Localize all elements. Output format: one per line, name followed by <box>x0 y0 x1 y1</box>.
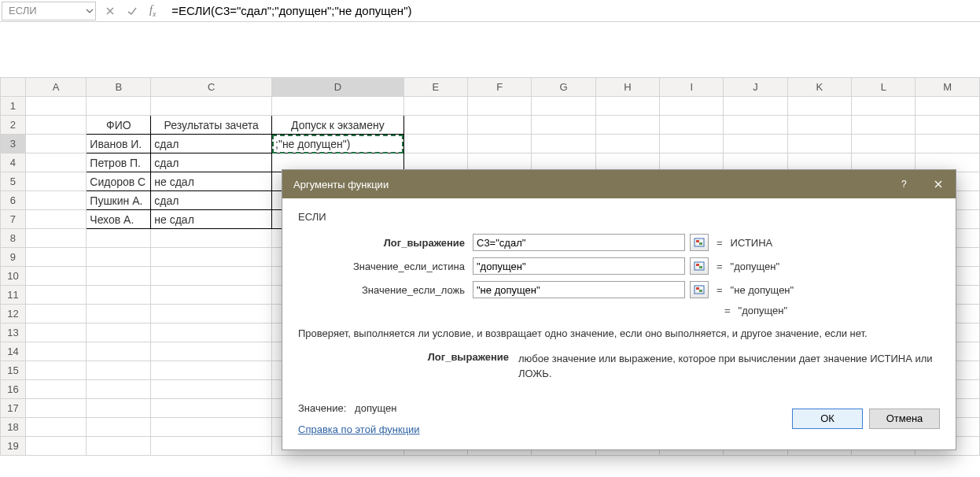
arg-input-0[interactable] <box>473 234 685 251</box>
cell-B10[interactable] <box>87 267 151 286</box>
cell-C18[interactable] <box>151 418 272 437</box>
cell-L1[interactable] <box>852 97 916 116</box>
cell-B16[interactable] <box>87 380 151 399</box>
cell-A9[interactable] <box>25 248 86 267</box>
cell-D1[interactable] <box>272 97 404 116</box>
cell-B19[interactable] <box>87 437 151 456</box>
row-header-11[interactable]: 11 <box>1 286 26 305</box>
enter-formula-button[interactable] <box>121 2 143 20</box>
formula-input[interactable]: =ЕСЛИ(C3="сдал";"допущен";"не допущен") <box>165 4 980 17</box>
col-header-F[interactable]: F <box>467 78 531 97</box>
cell-C6[interactable]: сдал <box>151 191 272 210</box>
cell-A12[interactable] <box>25 305 86 324</box>
row-header-10[interactable]: 10 <box>1 267 26 286</box>
fx-icon[interactable]: fx <box>143 4 162 18</box>
cell-B15[interactable] <box>87 361 151 380</box>
cell-E3[interactable] <box>403 135 467 153</box>
cell-A1[interactable] <box>25 97 86 116</box>
cell-G1[interactable] <box>532 97 595 116</box>
cell-B9[interactable] <box>87 248 151 267</box>
cell-C17[interactable] <box>151 399 272 418</box>
cell-B2[interactable]: ФИО <box>87 116 151 135</box>
cell-C16[interactable] <box>151 380 272 399</box>
cell-H1[interactable] <box>595 97 659 116</box>
cell-A2[interactable] <box>25 116 86 135</box>
cell-A5[interactable] <box>25 172 86 191</box>
col-header-L[interactable]: L <box>852 78 916 97</box>
cell-A11[interactable] <box>25 286 86 305</box>
cell-C12[interactable] <box>151 305 272 324</box>
cell-B5[interactable]: Сидоров С <box>87 172 151 191</box>
cell-C13[interactable] <box>151 324 272 342</box>
cell-J1[interactable] <box>724 97 787 116</box>
cell-C15[interactable] <box>151 361 272 380</box>
row-header-15[interactable]: 15 <box>1 361 26 380</box>
cell-K1[interactable] <box>787 97 851 116</box>
cell-B7[interactable]: Чехов А. <box>87 210 151 229</box>
cell-E2[interactable] <box>403 116 467 135</box>
cell-A19[interactable] <box>25 437 86 456</box>
cell-C8[interactable] <box>151 229 272 248</box>
cell-C19[interactable] <box>151 437 272 456</box>
cell-A8[interactable] <box>25 229 86 248</box>
help-link[interactable]: Справка по этой функции <box>298 423 420 435</box>
col-header-E[interactable]: E <box>403 78 467 97</box>
row-header-9[interactable]: 9 <box>1 248 26 267</box>
cell-B11[interactable] <box>87 286 151 305</box>
cell-E1[interactable] <box>403 97 467 116</box>
col-header-I[interactable]: I <box>660 78 724 97</box>
cell-B1[interactable] <box>87 97 151 116</box>
cell-B3[interactable]: Иванов И. <box>87 135 151 153</box>
cancel-formula-button[interactable] <box>99 2 121 20</box>
row-header-18[interactable]: 18 <box>1 418 26 437</box>
row-header-12[interactable]: 12 <box>1 305 26 324</box>
cell-A10[interactable] <box>25 267 86 286</box>
ref-edit-button-2[interactable] <box>690 281 709 298</box>
col-header-K[interactable]: K <box>787 78 851 97</box>
row-header-17[interactable]: 17 <box>1 399 26 418</box>
cell-I2[interactable] <box>660 116 724 135</box>
cell-C14[interactable] <box>151 342 272 361</box>
help-button[interactable]: ? <box>886 170 921 198</box>
row-header-13[interactable]: 13 <box>1 324 26 342</box>
cell-A16[interactable] <box>25 380 86 399</box>
cell-B14[interactable] <box>87 342 151 361</box>
cell-I1[interactable] <box>660 97 724 116</box>
cell-B17[interactable] <box>87 399 151 418</box>
cell-B6[interactable]: Пушкин А. <box>87 191 151 210</box>
cell-A15[interactable] <box>25 361 86 380</box>
cell-M3[interactable] <box>916 135 980 153</box>
cell-H2[interactable] <box>595 116 659 135</box>
cell-D3[interactable]: ;"не допущен") <box>272 135 404 153</box>
cell-C2[interactable]: Результаты зачета <box>151 116 272 135</box>
row-header-5[interactable]: 5 <box>1 172 26 191</box>
row-header-16[interactable]: 16 <box>1 380 26 399</box>
ref-edit-button-1[interactable] <box>690 257 709 275</box>
cell-F2[interactable] <box>467 116 531 135</box>
cancel-button[interactable]: Отмена <box>869 409 940 429</box>
close-button[interactable] <box>921 170 956 198</box>
cell-F3[interactable] <box>467 135 531 153</box>
ok-button[interactable]: ОК <box>792 409 863 429</box>
name-box[interactable]: ЕСЛИ <box>2 2 96 20</box>
cell-B18[interactable] <box>87 418 151 437</box>
row-header-2[interactable]: 2 <box>1 116 26 135</box>
col-header-B[interactable]: B <box>87 78 151 97</box>
cell-C3[interactable]: сдал <box>151 135 272 153</box>
row-header-1[interactable]: 1 <box>1 97 26 116</box>
ref-edit-button-0[interactable] <box>690 234 709 251</box>
cell-C11[interactable] <box>151 286 272 305</box>
cell-A13[interactable] <box>25 324 86 342</box>
cell-A4[interactable] <box>25 153 86 172</box>
cell-C10[interactable] <box>151 267 272 286</box>
row-header-6[interactable]: 6 <box>1 191 26 210</box>
cell-I3[interactable] <box>660 135 724 153</box>
row-header-8[interactable]: 8 <box>1 229 26 248</box>
cell-C9[interactable] <box>151 248 272 267</box>
select-all-corner[interactable] <box>1 78 26 97</box>
cell-A14[interactable] <box>25 342 86 361</box>
arg-input-1[interactable] <box>473 257 685 275</box>
cell-J2[interactable] <box>724 116 787 135</box>
col-header-A[interactable]: A <box>25 78 86 97</box>
cell-F1[interactable] <box>467 97 531 116</box>
